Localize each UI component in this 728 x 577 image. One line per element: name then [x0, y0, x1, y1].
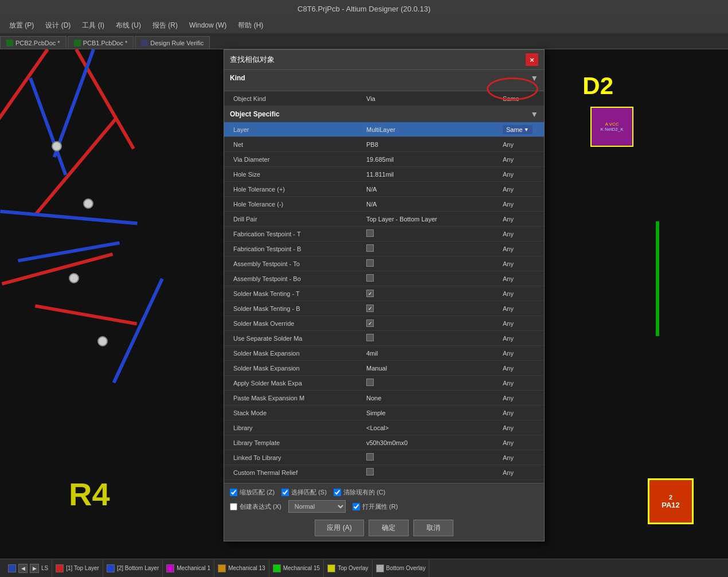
checkbox-linked-lib[interactable] [366, 453, 374, 461]
prop-any-use-sep-solder: Any [498, 333, 544, 344]
menu-bar: 放置 (P) 设计 (D) 工具 (I) 布线 (U) 报告 (R) Windo… [0, 17, 728, 33]
status-bottom-overlay[interactable]: Bottom Overlay [373, 559, 430, 577]
clear-existing-checkbox-label[interactable]: 清除现有的 (C) [334, 488, 385, 497]
dialog-buttons: 应用 (A) 确定 取消 [230, 516, 538, 536]
checkbox-smt-b[interactable] [366, 305, 374, 312]
cancel-button[interactable]: 取消 [413, 520, 453, 536]
mech15-color [273, 564, 281, 572]
status-bottom-layer[interactable]: [2] Bottom Layer [103, 559, 163, 577]
via[interactable] [52, 141, 62, 151]
prop-value-prop-delay: 0.000 [362, 482, 498, 484]
normal-dropdown[interactable]: Normal Mask Highlight Dim [288, 500, 346, 513]
prop-name-via-diameter: Via Diameter [224, 154, 362, 165]
open-props-checkbox[interactable] [353, 503, 360, 510]
status-mech1[interactable]: Mechanical 1 [163, 559, 214, 577]
prop-name-hole-size: Hole Size [224, 169, 362, 180]
mech13-color [218, 564, 226, 572]
prop-value-sm-exp-val: 4mil [362, 348, 498, 359]
checkbox-row-1: 缩放匹配 (Z) 选择匹配 (S) 清除现有的 (C) [230, 488, 538, 497]
object-specific-collapse-icon[interactable]: ▼ [530, 110, 538, 119]
select-match-checkbox-label[interactable]: 选择匹配 (S) [281, 488, 327, 497]
status-bar: ◀ ▶ LS [1] Top Layer [2] Bottom Layer Me… [0, 559, 728, 577]
checkbox-fab-test-b[interactable] [366, 244, 374, 252]
prop-row-smt-b: Solder Mask Tenting - B Any [224, 301, 544, 316]
checkbox-sm-override[interactable] [366, 319, 374, 327]
prop-value-hole-size: 11.811mil [362, 169, 498, 180]
prop-any-smt-t: Any [498, 288, 544, 299]
menu-design[interactable]: 设计 (D) [41, 20, 75, 32]
menu-tools[interactable]: 工具 (I) [77, 20, 109, 32]
checkbox-apply-sm[interactable] [366, 379, 374, 386]
prop-row-net: Net PB8 Any [224, 137, 544, 152]
ok-button[interactable]: 确定 [369, 520, 409, 536]
apply-button[interactable]: 应用 (A) [315, 520, 363, 536]
nav-next-btn[interactable]: ▶ [30, 564, 39, 573]
prop-any-smt-b: Any [498, 303, 544, 314]
prop-value-asm-test-to [362, 257, 498, 270]
prop-value-via-diameter: 19.685mil [362, 154, 498, 165]
prop-row-layer[interactable]: Layer MultiLayer Same ▼ [224, 122, 544, 137]
prop-row-sm-exp-val: Solder Mask Expansion 4mil Any [224, 346, 544, 361]
prop-value-sm-exp-mode: Manual [362, 362, 498, 374]
prop-name-smt-b: Solder Mask Tenting - B [224, 303, 362, 314]
checkbox-asm-test-bo[interactable] [366, 274, 374, 282]
tab-drc[interactable]: Design Rule Verific [135, 36, 210, 49]
via[interactable] [83, 198, 93, 209]
column-headers [224, 86, 544, 91]
mech1-label: Mechanical 1 [177, 565, 210, 571]
dialog-close-button[interactable]: × [526, 53, 538, 66]
nav-prev-btn[interactable]: ◀ [18, 564, 28, 573]
menu-place[interactable]: 放置 (P) [5, 20, 38, 32]
prop-name-use-sep-solder: Use Separate Solder Ma [224, 333, 362, 344]
prop-value-linked-lib [362, 451, 498, 464]
status-mech15[interactable]: Mechanical 15 [269, 559, 324, 577]
drc-icon [141, 40, 148, 46]
object-specific-section-header: Object Specific ▼ [224, 106, 544, 122]
find-similar-dialog: 查找相似对象 × Kind ▼ Object Kind Via Same [224, 49, 545, 541]
same-dropdown[interactable]: Same ▼ [503, 125, 533, 134]
clear-existing-checkbox[interactable] [334, 489, 341, 496]
checkbox-asm-test-to[interactable] [366, 259, 374, 267]
menu-window[interactable]: Window (W) [185, 20, 231, 30]
prop-name-custom-thermal: Custom Thermal Relief [224, 467, 362, 478]
prop-any-drill-pair: Any [498, 213, 544, 225]
prop-value-custom-thermal [362, 466, 498, 479]
menu-route[interactable]: 布线 (U) [111, 20, 146, 32]
menu-help[interactable]: 帮助 (H) [233, 20, 268, 32]
zoom-match-checkbox[interactable] [230, 489, 237, 496]
prop-any-paste-mask: Any [498, 392, 544, 404]
prop-row-linked-lib: Linked To Library Any [224, 450, 544, 465]
prop-name-linked-lib: Linked To Library [224, 452, 362, 463]
select-match-checkbox[interactable] [281, 489, 289, 496]
prop-value-lib-template: v50h30m0mx0 [362, 437, 498, 449]
tab-pcb1[interactable]: PCB1.PcbDoc * [68, 36, 134, 49]
status-top-overlay[interactable]: Top Overlay [324, 559, 372, 577]
checkbox-fab-test-t[interactable] [366, 229, 374, 237]
prop-any-hole-tol-plus: Any [498, 184, 544, 195]
open-props-checkbox-label[interactable]: 打开属性 (R) [353, 502, 398, 511]
checkbox-use-sep-solder[interactable] [366, 334, 374, 341]
status-top-layer[interactable]: [1] Top Layer [52, 559, 103, 577]
checkbox-smt-t[interactable] [366, 290, 374, 297]
dialog-title: 查找相似对象 [230, 54, 275, 65]
prop-value-object-kind: Via [362, 93, 498, 104]
kind-collapse-icon[interactable]: ▼ [530, 73, 538, 83]
pcb-icon [74, 40, 81, 46]
menu-report[interactable]: 报告 (R) [148, 20, 182, 32]
prop-row-asm-test-to: Assembly Testpoint - To Any [224, 256, 544, 271]
via[interactable] [97, 336, 108, 346]
prop-name-fab-test-b: Fabrication Testpoint - B [224, 243, 362, 255]
prop-value-smt-t [362, 287, 498, 300]
prop-value-drill-pair: Top Layer - Bottom Layer [362, 213, 498, 225]
prop-row-asm-test-bo: Assembly Testpoint - Bo Any [224, 271, 544, 286]
prop-any-layer: Same ▼ [498, 123, 544, 137]
tab-pcb2[interactable]: PCB2.PcbDoc * [0, 36, 66, 49]
status-mech13[interactable]: Mechanical 13 [214, 559, 269, 577]
create-expr-checkbox-label[interactable]: 创建表达式 (X) [230, 502, 281, 511]
create-expr-checkbox[interactable] [230, 503, 237, 510]
bottom-layer-color [107, 564, 115, 572]
zoom-match-checkbox-label[interactable]: 缩放匹配 (Z) [230, 488, 275, 497]
prop-any-sm-exp-mode: Any [498, 362, 544, 374]
checkbox-custom-thermal[interactable] [366, 468, 374, 475]
via[interactable] [69, 273, 79, 283]
